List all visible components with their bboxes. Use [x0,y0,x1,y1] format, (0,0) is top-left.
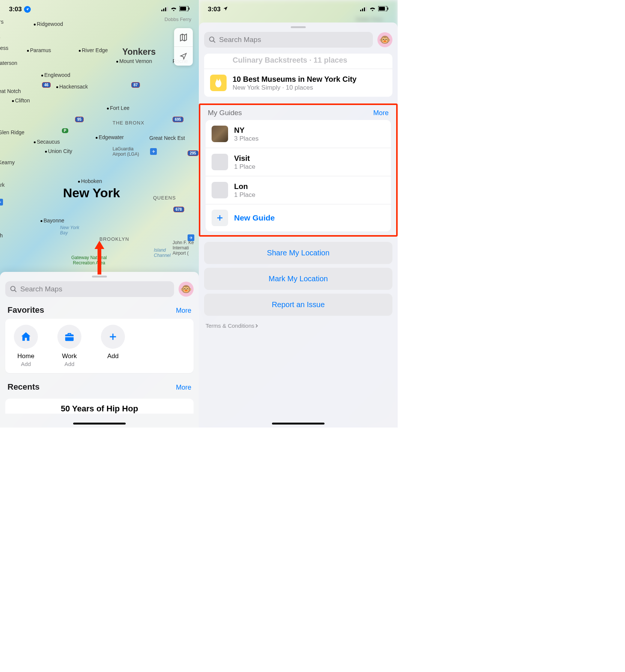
bottom-sheet[interactable]: Search Maps 🐵 Favorites More Home Add [0,272,199,428]
svg-rect-8 [360,10,361,11]
favorites-title: Favorites [8,305,44,315]
swipe-up-annotation [95,241,104,274]
svg-point-7 [11,286,15,291]
profile-avatar[interactable]: 🐵 [377,32,392,47]
screen-guides-expanded: Dobbs Ferry 3:03 Search Maps 🐵 [199,0,398,428]
wifi-icon [369,6,376,13]
plus-icon [101,325,125,349]
plus-icon [212,210,228,226]
status-time: 3:03 [9,6,22,13]
cellular-icon [161,6,168,13]
svg-rect-0 [161,10,162,11]
recents-header: Recents More [5,380,194,396]
recents-more-link[interactable]: More [176,384,191,392]
svg-rect-5 [180,7,186,10]
favorite-work[interactable]: Work Add [55,325,84,367]
home-indicator[interactable] [272,423,325,424]
battery-icon [378,6,389,13]
search-icon [10,285,17,293]
svg-rect-2 [165,8,166,11]
my-guides-title: My Guides [208,109,242,117]
guide-thumbnail [212,182,228,198]
search-input[interactable]: Search Maps [204,32,373,48]
svg-rect-9 [362,9,363,11]
cellular-icon [360,6,367,13]
curated-guides-card: Culinary Backstreets · 11 places 10 Best… [204,54,392,97]
search-input[interactable]: Search Maps [5,281,174,297]
map-mode-button[interactable] [174,28,193,47]
my-guides-card: NY 3 Places Visit 1 Place Lon 1 Place [206,120,391,231]
recents-card[interactable]: 50 Years of Hip Hop [5,399,194,414]
mark-location-button[interactable]: Mark My Location [204,268,392,290]
sheet-grabber[interactable] [291,26,306,28]
guide-thumbnail [212,126,228,142]
my-guide-item[interactable]: Lon 1 Place [206,176,391,204]
report-issue-button[interactable]: Report an Issue [204,294,392,316]
locate-me-button[interactable] [174,47,193,66]
favorite-add[interactable]: Add [98,325,128,367]
new-guide-button[interactable]: New Guide [206,204,391,231]
my-guides-more-link[interactable]: More [373,109,389,117]
map-controls [174,28,193,66]
my-guide-item[interactable]: Visit 1 Place [206,148,391,176]
guide-thumbnail [212,154,228,170]
highlight-annotation: My Guides More NY 3 Places Visit 1 Place [199,104,398,237]
svg-rect-1 [163,9,164,11]
guide-icon [210,75,227,91]
svg-rect-14 [388,8,388,10]
status-time: 3:03 [208,6,221,13]
home-icon [14,325,38,349]
wifi-icon [170,6,177,13]
sheet-grabber[interactable] [92,276,107,278]
chevron-right-icon [255,324,258,328]
favorites-more-link[interactable]: More [176,307,191,315]
status-bar: 3:03 [199,0,398,19]
svg-rect-10 [364,8,365,11]
briefcase-icon [57,325,81,349]
svg-rect-11 [366,7,367,11]
screen-map-collapsed: ers Ridgewood Dobbs Ferry lains eakness … [0,0,199,428]
svg-rect-13 [379,7,385,10]
svg-point-15 [210,37,214,42]
favorites-card: Home Add Work Add Add [5,319,194,373]
location-arrow-icon [223,6,228,13]
recents-title: Recents [8,382,40,392]
battery-icon [179,6,190,13]
svg-rect-3 [167,7,168,11]
share-location-button[interactable]: Share My Location [204,242,392,264]
favorite-home[interactable]: Home Add [11,325,41,367]
favorites-header: Favorites More [5,303,194,319]
status-bar: 3:03 [0,0,199,19]
svg-rect-6 [189,8,189,10]
bottom-sheet-expanded[interactable]: Search Maps 🐵 Culinary Backstreets · 11 … [199,22,398,428]
home-indicator[interactable] [73,423,126,424]
my-guide-item[interactable]: NY 3 Places [206,120,391,148]
curated-guide-item[interactable]: Culinary Backstreets · 11 places [204,54,392,69]
profile-avatar[interactable]: 🐵 [179,282,194,297]
my-guides-header: My Guides More [200,105,396,120]
terms-link[interactable]: Terms & Conditions [204,320,392,332]
curated-guide-item[interactable]: 10 Best Museums in New York City New Yor… [204,69,392,97]
search-icon [209,36,216,44]
location-services-icon [24,6,31,13]
